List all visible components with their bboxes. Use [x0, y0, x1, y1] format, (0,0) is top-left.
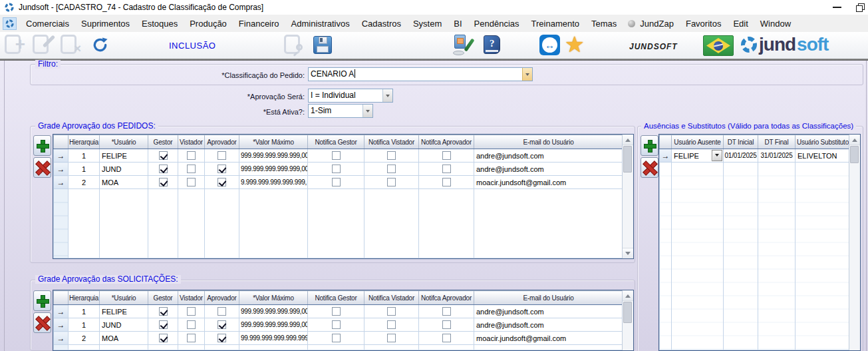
cell-aprovador[interactable] [205, 305, 239, 318]
cell-hierarquia[interactable]: 2 [69, 176, 100, 189]
col-notifica-vistador[interactable]: Notifica Vistador [364, 135, 419, 149]
col-notifica-gestor[interactable]: Notifica Gestor [308, 291, 364, 305]
cell-email[interactable]: moacir.jundsoft@gmail.com [474, 176, 623, 189]
cell-gestor[interactable] [148, 305, 178, 318]
row-indicator[interactable]: → [54, 332, 69, 345]
ativa-dropdown-button[interactable] [362, 105, 372, 117]
gestor-checkbox[interactable] [159, 151, 168, 160]
row-indicator[interactable]: → [54, 305, 69, 318]
cell-gestor[interactable] [148, 332, 178, 345]
cell-notifica-aprovador[interactable] [419, 163, 474, 176]
menu-cadastros[interactable]: Cadastros [356, 19, 407, 29]
scroll-thumb[interactable] [623, 302, 632, 323]
ausencias-add-row-button[interactable] [641, 135, 658, 156]
cell-notifica-gestor[interactable] [308, 149, 364, 163]
scroll-up-button[interactable] [849, 135, 860, 145]
cell-valor-maximo[interactable]: 99.999.999.999.999.999 [239, 332, 308, 345]
notifica-vistador-checkbox[interactable] [387, 178, 396, 186]
cell-aprovador[interactable] [205, 318, 239, 332]
cell-valor-maximo[interactable]: 999.999.999.999.999,00 [239, 149, 308, 163]
gestor-checkbox[interactable] [159, 165, 168, 173]
menu-window[interactable]: Window [754, 19, 797, 29]
notifica-gestor-checkbox[interactable] [332, 165, 341, 173]
aprovador-checkbox[interactable] [217, 151, 226, 160]
menu-bi[interactable]: BI [448, 19, 468, 29]
menu-suprimentos[interactable]: Suprimentos [75, 19, 136, 29]
cell-aprovador[interactable] [205, 149, 239, 163]
cell-usuario[interactable]: FELIPE [100, 305, 148, 318]
cell-gestor[interactable] [148, 149, 178, 163]
cell-email[interactable]: andre@jundsoft.com [474, 149, 623, 163]
col-notifca-aprovador[interactable]: Notifca Aprovador [419, 135, 474, 149]
cell-email[interactable]: andre@jundsoft.com [474, 318, 623, 332]
col-email[interactable]: E-mail do Usuário [474, 135, 623, 149]
menu-producao[interactable]: Produção [184, 19, 233, 29]
col-gestor[interactable]: Gestor [148, 135, 178, 149]
gestor-checkbox[interactable] [159, 334, 168, 342]
cell-notifica-aprovador[interactable] [419, 332, 474, 345]
col-hierarquia[interactable]: Hierarquia [69, 291, 100, 305]
edit-record-button[interactable] [33, 35, 49, 54]
col-hierarquia[interactable]: Hierarquia [69, 135, 100, 149]
row-indicator[interactable]: → [54, 163, 69, 176]
cell-vistador[interactable] [178, 176, 205, 189]
cell-notifica-aprovador[interactable] [419, 176, 474, 189]
menu-jundzap[interactable]: JundZap [634, 19, 680, 29]
cell-vistador[interactable] [178, 332, 205, 345]
cell-hierarquia[interactable]: 1 [69, 305, 100, 318]
notifica-aprovador-checkbox[interactable] [442, 307, 451, 316]
ativa-combobox[interactable]: 1-Sim [308, 104, 373, 118]
cell-notifica-gestor[interactable] [308, 318, 364, 332]
classificacao-dropdown-button[interactable] [522, 68, 532, 81]
cell-email[interactable]: moacir.jundsoft@gmail.com [474, 332, 623, 345]
col-usuario-substituto[interactable]: Usuário Substituto [796, 135, 851, 149]
notifica-gestor-checkbox[interactable] [332, 334, 341, 342]
vistador-checkbox[interactable] [187, 178, 196, 186]
usuario-ausente-dropdown-button[interactable] [712, 150, 722, 161]
scroll-up-button[interactable] [623, 135, 633, 145]
cell-vistador[interactable] [178, 305, 205, 318]
cell-aprovador[interactable] [205, 332, 239, 345]
cell-vistador[interactable] [178, 318, 205, 332]
menu-favoritos[interactable]: Favoritos [680, 19, 727, 29]
cell-notifica-vistador[interactable] [364, 149, 419, 163]
cell-gestor[interactable] [148, 163, 178, 176]
cell-gestor[interactable] [148, 318, 178, 332]
cell-dt-inicial[interactable]: 01/01/2025 [724, 149, 758, 163]
cell-notifica-aprovador[interactable] [419, 305, 474, 318]
cell-usuario[interactable]: FELIPE [100, 149, 148, 163]
col-dt-final[interactable]: DT Final [758, 135, 796, 149]
notifica-vistador-checkbox[interactable] [387, 320, 396, 329]
menu-system[interactable]: System [407, 19, 448, 29]
col-email[interactable]: E-mail do Usuário [474, 291, 623, 305]
cell-usuario[interactable]: JUND [100, 318, 148, 332]
col-valor-maximo[interactable]: *Valor Máximo [239, 291, 308, 305]
ausencias-delete-row-button[interactable] [641, 157, 658, 178]
notifica-aprovador-checkbox[interactable] [442, 151, 451, 160]
search-button[interactable] [284, 35, 300, 54]
ausencias-scrollbar[interactable] [849, 135, 860, 350]
cell-usuario[interactable]: JUND [100, 163, 148, 176]
col-usuario[interactable]: *Usuário [100, 291, 148, 305]
cell-notifica-vistador[interactable] [364, 318, 419, 332]
col-vistador[interactable]: Vistador [178, 291, 205, 305]
menu-comerciais[interactable]: Comerciais [20, 19, 75, 29]
solicitacoes-scrollbar[interactable] [622, 290, 633, 350]
row-indicator[interactable]: → [54, 149, 69, 163]
help-button[interactable]: ? [484, 35, 500, 54]
col-gestor[interactable]: Gestor [148, 291, 178, 305]
cell-valor-maximo[interactable]: 999.999.999.999.999,00 [239, 163, 308, 176]
scroll-down-button[interactable] [623, 248, 633, 258]
cell-hierarquia[interactable]: 2 [69, 332, 100, 345]
menu-administrativos[interactable]: Administrativos [285, 19, 356, 29]
scroll-thumb[interactable] [850, 146, 859, 163]
minimize-button[interactable] [833, 7, 841, 8]
col-usuario-ausente[interactable]: Usuário Ausente [672, 135, 724, 149]
aprovador-checkbox[interactable] [217, 307, 226, 316]
vistador-checkbox[interactable] [187, 320, 196, 329]
menu-financeiro[interactable]: Financeiro [233, 19, 285, 29]
cell-vistador[interactable] [178, 163, 205, 176]
cell-notifica-gestor[interactable] [308, 305, 364, 318]
cell-usuario[interactable]: MOA [100, 176, 148, 189]
cell-notifica-vistador[interactable] [364, 176, 419, 189]
